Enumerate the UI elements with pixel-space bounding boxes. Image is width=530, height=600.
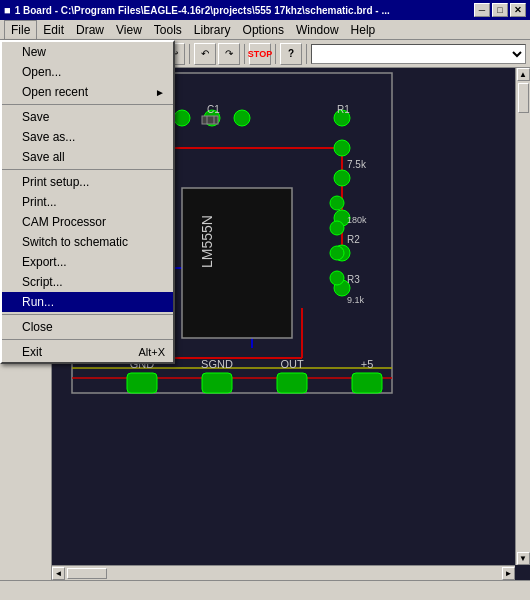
svg-rect-35 xyxy=(352,373,382,393)
menu-edit[interactable]: Edit xyxy=(37,21,70,39)
scroll-left-btn[interactable]: ◄ xyxy=(52,567,65,580)
undo[interactable]: ↶ xyxy=(194,43,216,65)
svg-text:7.5k: 7.5k xyxy=(347,159,367,170)
sep-3 xyxy=(2,314,173,315)
scroll-thumb-v[interactable] xyxy=(518,83,529,113)
menu-window[interactable]: Window xyxy=(290,21,345,39)
sep-4 xyxy=(2,339,173,340)
app-icon: ■ xyxy=(4,4,11,16)
svg-point-28 xyxy=(330,221,344,235)
menu-open[interactable]: Open... xyxy=(2,62,173,82)
svg-text:R1: R1 xyxy=(337,104,350,115)
menu-open-recent[interactable]: Open recent ► xyxy=(2,82,173,102)
menu-file[interactable]: File xyxy=(4,20,37,40)
stop-btn[interactable]: STOP xyxy=(249,43,271,65)
svg-rect-33 xyxy=(202,373,232,393)
scrollbar-vertical[interactable]: ▲ ▼ xyxy=(515,68,530,565)
menu-exit[interactable]: Exit Alt+X xyxy=(2,342,173,362)
layer-select[interactable] xyxy=(311,44,526,64)
svg-text:9.1k: 9.1k xyxy=(347,295,365,305)
sep-1 xyxy=(2,104,173,105)
scroll-down-btn[interactable]: ▼ xyxy=(517,552,530,565)
close-button[interactable]: ✕ xyxy=(510,3,526,17)
scroll-track-h xyxy=(65,568,502,579)
menu-cam-processor[interactable]: CAM Processor xyxy=(2,212,173,232)
menu-options[interactable]: Options xyxy=(237,21,290,39)
svg-point-27 xyxy=(330,196,344,210)
title-bar: ■ 1 Board - C:\Program Files\EAGLE-4.16r… xyxy=(0,0,530,20)
title-bar-buttons: ─ □ ✕ xyxy=(474,3,526,17)
svg-text:OUT: OUT xyxy=(280,358,304,370)
menu-save[interactable]: Save xyxy=(2,107,173,127)
scroll-right-btn[interactable]: ► xyxy=(502,567,515,580)
svg-point-17 xyxy=(334,140,350,156)
menu-close[interactable]: Close xyxy=(2,317,173,337)
sep-2 xyxy=(2,169,173,170)
svg-point-30 xyxy=(330,271,344,285)
menu-new[interactable]: New xyxy=(2,42,173,62)
menu-bar: File Edit Draw View Tools Library Option… xyxy=(0,20,530,40)
menu-view[interactable]: View xyxy=(110,21,148,39)
svg-text:+5: +5 xyxy=(361,358,374,370)
menu-save-all[interactable]: Save all xyxy=(2,147,173,167)
svg-point-18 xyxy=(334,170,350,186)
scroll-track-v xyxy=(518,81,529,552)
svg-text:R2: R2 xyxy=(347,234,360,245)
svg-rect-32 xyxy=(127,373,157,393)
menu-tools[interactable]: Tools xyxy=(148,21,188,39)
menu-script[interactable]: Script... xyxy=(2,272,173,292)
title-bar-left: ■ 1 Board - C:\Program Files\EAGLE-4.16r… xyxy=(4,4,390,16)
help-btn[interactable]: ? xyxy=(280,43,302,65)
menu-library[interactable]: Library xyxy=(188,21,237,39)
menu-save-as[interactable]: Save as... xyxy=(2,127,173,147)
scroll-up-btn[interactable]: ▲ xyxy=(517,68,530,81)
toolbar-sep5 xyxy=(306,44,307,64)
menu-run[interactable]: Run... xyxy=(2,292,173,312)
redo[interactable]: ↷ xyxy=(218,43,240,65)
svg-text:LM555N: LM555N xyxy=(199,215,215,268)
menu-help[interactable]: Help xyxy=(345,21,382,39)
scrollbar-horizontal[interactable]: ◄ ► xyxy=(52,565,515,580)
svg-point-29 xyxy=(330,246,344,260)
maximize-button[interactable]: □ xyxy=(492,3,508,17)
menu-print-setup[interactable]: Print setup... xyxy=(2,172,173,192)
svg-text:R3: R3 xyxy=(347,274,360,285)
scroll-thumb-h[interactable] xyxy=(67,568,107,579)
toolbar-sep3 xyxy=(244,44,245,64)
svg-text:180k: 180k xyxy=(347,215,367,225)
status-bar xyxy=(0,580,530,600)
svg-point-15 xyxy=(234,110,250,126)
minimize-button[interactable]: ─ xyxy=(474,3,490,17)
svg-rect-48 xyxy=(202,116,218,124)
menu-print[interactable]: Print... xyxy=(2,192,173,212)
window-title: 1 Board - C:\Program Files\EAGLE-4.16r2\… xyxy=(15,5,390,16)
menu-export[interactable]: Export... xyxy=(2,252,173,272)
svg-point-13 xyxy=(174,110,190,126)
toolbar-sep4 xyxy=(275,44,276,64)
menu-draw[interactable]: Draw xyxy=(70,21,110,39)
svg-rect-34 xyxy=(277,373,307,393)
file-dropdown-menu: New Open... Open recent ► Save Save as..… xyxy=(0,40,175,364)
svg-text:C1: C1 xyxy=(207,104,220,115)
menu-switch-schematic[interactable]: Switch to schematic xyxy=(2,232,173,252)
svg-text:SGND: SGND xyxy=(201,358,233,370)
toolbar-sep2 xyxy=(189,44,190,64)
